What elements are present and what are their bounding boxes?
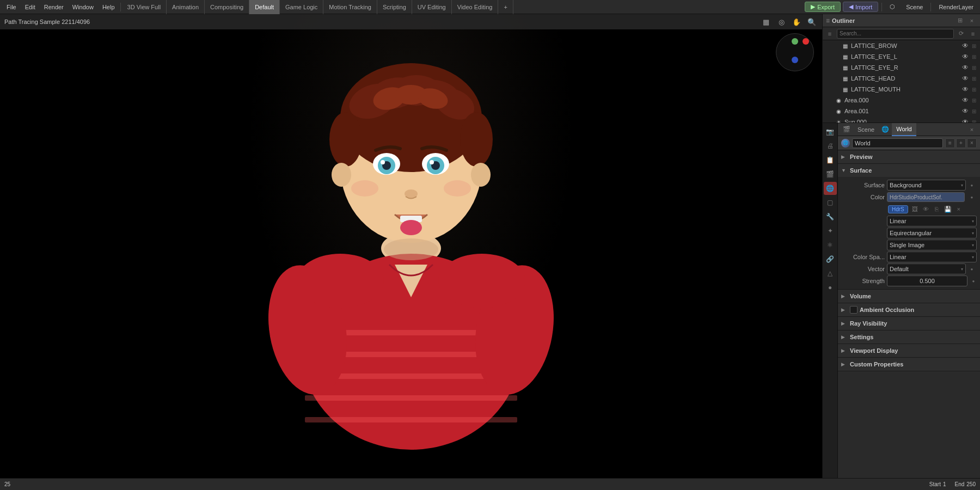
menu-window[interactable]: Window	[68, 0, 98, 14]
outliner-item-5[interactable]: ◉Area.000👁⊞	[823, 95, 980, 106]
ol-eye-5[interactable]: 👁	[961, 96, 969, 104]
ol-restrict-3[interactable]: ⊞	[970, 75, 978, 82]
tab-add[interactable]: +	[498, 0, 513, 14]
world-unlink-btn[interactable]: ×	[967, 138, 977, 148]
section-surface-header[interactable]: ▼ Surface	[838, 164, 980, 177]
outliner-search[interactable]	[837, 29, 954, 39]
ol-eye-3[interactable]: 👁	[961, 75, 969, 82]
section-ray-header[interactable]: ▶ Ray Visibility	[838, 317, 980, 330]
section-settings-header[interactable]: ▶ Settings	[838, 330, 980, 344]
viewport-grid-icon[interactable]: ▦	[760, 16, 772, 28]
outliner-item-0[interactable]: ▦LATTICE_BROW👁⊞	[823, 40, 980, 51]
prop-physics-icon[interactable]: ⚛	[824, 238, 837, 252]
prop-output-icon[interactable]: 🖨	[824, 139, 837, 152]
tab-world[interactable]: World	[892, 123, 916, 136]
ol-restrict-1[interactable]: ⊞	[970, 53, 978, 60]
outliner-close-icon[interactable]: ×	[967, 16, 977, 26]
viewport-search-icon[interactable]: 🔍	[806, 16, 818, 28]
prop-constraints-icon[interactable]: 🔗	[824, 253, 837, 266]
prop-scene-tab-icon[interactable]: 🎬	[841, 124, 852, 135]
outliner-item-4[interactable]: ▦LATTICE_MOUTH👁⊞	[823, 84, 980, 95]
color-display[interactable]: HdrStudioProductSof.	[887, 192, 965, 202]
menu-help[interactable]: Help	[98, 0, 119, 14]
outliner-item-7[interactable]: ☀Sun.000👁⊞	[823, 117, 980, 123]
viewport-head-icon[interactable]: ◎	[775, 16, 787, 28]
tab-uvediting[interactable]: UV Editing	[412, 0, 452, 14]
prop-view-layer-icon[interactable]: 📋	[824, 154, 837, 167]
prop-render-icon[interactable]: 📷	[824, 125, 837, 138]
outliner-item-2[interactable]: ▦LATTICE_EYE_R👁⊞	[823, 62, 980, 73]
tab-scripting[interactable]: Scripting	[377, 0, 412, 14]
outliner-item-3[interactable]: ▦LATTICE_HEAD👁⊞	[823, 73, 980, 84]
prop-scene-icon[interactable]: 🎬	[824, 168, 837, 181]
navigation-gizmo[interactable]	[773, 30, 817, 74]
section-cp-header[interactable]: ▶ Custom Properties	[838, 358, 980, 371]
prop-material-icon[interactable]: ●	[824, 281, 837, 294]
tab-scene[interactable]: Scene	[853, 123, 879, 136]
ol-eye-1[interactable]: 👁	[961, 53, 969, 60]
ol-eye-2[interactable]: 👁	[961, 64, 969, 71]
3d-viewport[interactable]: Path Tracing Sample 2211/4096 ▦ ◎ ✋ 🔍	[0, 14, 822, 478]
export-button[interactable]: ▶ Export	[805, 2, 841, 12]
ol-restrict-2[interactable]: ⊞	[970, 64, 978, 71]
prop-particles-icon[interactable]: ✦	[824, 224, 837, 237]
world-new-btn[interactable]: +	[956, 138, 966, 148]
outliner-item-1[interactable]: ▦LATTICE_EYE_L👁⊞	[823, 51, 980, 62]
prop-panel-menu-icon[interactable]: ×	[967, 125, 977, 134]
ol-eye-6[interactable]: 👁	[961, 107, 969, 115]
world-browse-btn[interactable]: ≡	[945, 138, 955, 148]
outliner-view-icon[interactable]: ≡	[825, 29, 835, 39]
hdrs-btn[interactable]: HdrS	[888, 205, 908, 213]
tab-motiontracking[interactable]: Motion Tracking	[323, 0, 377, 14]
outliner-filter2-icon[interactable]: ≡	[968, 29, 978, 39]
menu-edit[interactable]: Edit	[21, 0, 40, 14]
color-dot-btn[interactable]: ●	[967, 192, 977, 202]
ol-restrict-4[interactable]: ⊞	[970, 85, 978, 93]
outliner-filter-icon[interactable]: ⊞	[955, 16, 965, 26]
section-vd-header[interactable]: ▶ Viewport Display	[838, 344, 980, 357]
equirect-dropdown[interactable]: Equirectangular ▾	[887, 228, 977, 238]
menu-file[interactable]: File	[2, 0, 21, 14]
hdrs-x-icon[interactable]: ×	[954, 204, 964, 214]
vector-dot-btn[interactable]: ●	[967, 264, 977, 274]
section-ao-header[interactable]: ▶ Ambient Occlusion	[838, 303, 980, 316]
tab-default[interactable]: Default	[249, 0, 280, 14]
tab-videoediting[interactable]: Video Editing	[452, 0, 499, 14]
world-name-input[interactable]	[852, 138, 943, 148]
ol-eye-0[interactable]: 👁	[961, 42, 969, 50]
renderlayer-selector[interactable]: RenderLayer	[934, 0, 978, 14]
hdrs-img-icon[interactable]: 🖼	[910, 204, 920, 214]
tab-gamelogic[interactable]: Game Logic	[280, 0, 323, 14]
tab-compositing[interactable]: Compositing	[205, 0, 249, 14]
tab-3dviewfull[interactable]: 3D View Full	[122, 0, 167, 14]
surface-dropdown[interactable]: Background ▾	[887, 180, 966, 191]
ol-eye-4[interactable]: 👁	[961, 85, 969, 93]
strength-input[interactable]	[887, 275, 967, 286]
viewport-hand-icon[interactable]: ✋	[791, 16, 803, 28]
ol-restrict-7[interactable]: ⊞	[970, 118, 978, 123]
ol-restrict-5[interactable]: ⊞	[970, 96, 978, 104]
hdrs-save-icon[interactable]: 💾	[943, 204, 953, 214]
hdrs-eye-icon[interactable]: 👁	[921, 204, 931, 214]
section-preview-header[interactable]: ▶ Preview	[838, 150, 980, 163]
blender-icon[interactable]: ⬡	[885, 0, 899, 14]
outliner-sync-icon[interactable]: ⟳	[956, 29, 966, 39]
ol-restrict-0[interactable]: ⊞	[970, 42, 978, 50]
ao-checkbox[interactable]	[850, 306, 857, 314]
tab-animation[interactable]: Animation	[167, 0, 205, 14]
prop-modifier-icon[interactable]: 🔧	[824, 210, 837, 223]
vector-dropdown[interactable]: Default ▾	[887, 264, 966, 274]
prop-world-icon active-red[interactable]: 🌐	[824, 182, 837, 195]
linear-dropdown[interactable]: Linear ▾	[887, 216, 977, 226]
menu-render[interactable]: Render	[40, 0, 68, 14]
outliner-item-6[interactable]: ◉Area.001👁⊞	[823, 106, 980, 117]
ol-restrict-6[interactable]: ⊞	[970, 107, 978, 115]
scene-selector[interactable]: Scene	[902, 0, 927, 14]
single-image-dropdown[interactable]: Single Image ▾	[887, 240, 977, 250]
prop-world-tab-icon[interactable]: 🌐	[880, 124, 891, 135]
colorspace-dropdown[interactable]: Linear ▾	[887, 252, 977, 262]
ol-eye-7[interactable]: 👁	[961, 118, 969, 123]
hdrs-copy-icon[interactable]: ⎘	[932, 204, 942, 214]
import-button[interactable]: ◀ Import	[843, 2, 878, 12]
surface-dot-btn[interactable]: ●	[967, 180, 977, 190]
